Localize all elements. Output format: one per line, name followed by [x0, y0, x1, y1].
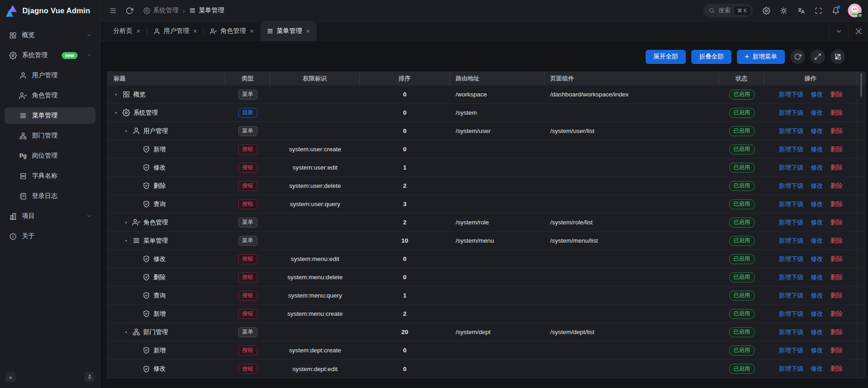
edit-link[interactable]: 修改 — [811, 218, 823, 227]
delete-link[interactable]: 删除 — [831, 237, 843, 245]
table-row: 新增按钮system:user:create0已启用新增下级修改删除 — [107, 140, 865, 159]
sidebar-collapse-button[interactable]: « — [5, 372, 16, 382]
delete-link[interactable]: 删除 — [831, 292, 843, 300]
edit-link[interactable]: 修改 — [811, 90, 823, 99]
add-child-link[interactable]: 新增下级 — [779, 346, 804, 355]
edit-link[interactable]: 修改 — [811, 346, 823, 355]
tab-role[interactable]: 角色管理× — [204, 21, 260, 41]
edit-link[interactable]: 修改 — [811, 255, 823, 263]
edit-link[interactable]: 修改 — [811, 365, 823, 373]
language-button[interactable] — [794, 4, 808, 17]
row-title: 部门管理 — [143, 328, 168, 336]
sidebar-toggle-button[interactable] — [106, 4, 120, 17]
edit-link[interactable]: 修改 — [811, 310, 823, 318]
expand-caret-icon[interactable] — [124, 330, 131, 335]
delete-link[interactable]: 删除 — [831, 164, 843, 172]
expand-all-button[interactable]: 展开全部 — [646, 50, 686, 64]
delete-link[interactable]: 删除 — [831, 182, 843, 190]
sidebar-item-system[interactable]: 系统管理new — [5, 47, 95, 64]
breadcrumb-item-system[interactable]: 系统管理 — [143, 6, 179, 15]
tab-menu[interactable]: 菜单管理× — [260, 21, 316, 41]
edit-link[interactable]: 修改 — [811, 200, 823, 208]
add-child-link[interactable]: 新增下级 — [779, 145, 804, 154]
delete-link[interactable]: 删除 — [831, 365, 843, 373]
add-menu-button[interactable]: + 新增菜单 — [737, 50, 785, 64]
edit-link[interactable]: 修改 — [811, 292, 823, 300]
add-child-link[interactable]: 新增下级 — [779, 237, 804, 245]
add-child-link[interactable]: 新增下级 — [779, 200, 804, 208]
edit-link[interactable]: 修改 — [811, 182, 823, 190]
add-child-link[interactable]: 新增下级 — [779, 109, 804, 117]
edit-link[interactable]: 修改 — [811, 273, 823, 282]
delete-link[interactable]: 删除 — [831, 145, 843, 154]
expand-caret-icon[interactable] — [114, 92, 121, 97]
add-child-link[interactable]: 新增下级 — [779, 328, 804, 336]
add-child-link[interactable]: 新增下级 — [779, 365, 804, 373]
close-icon[interactable]: × — [250, 28, 253, 34]
close-icon[interactable]: × — [137, 28, 140, 34]
notifications-button[interactable] — [829, 4, 842, 17]
row-title: 系统管理 — [133, 109, 158, 117]
settings-button[interactable] — [759, 4, 773, 17]
add-child-link[interactable]: 新增下级 — [779, 218, 804, 227]
expand-caret-icon[interactable] — [124, 220, 131, 225]
table-fullscreen-button[interactable] — [810, 49, 825, 64]
content-maximize-button[interactable] — [848, 21, 868, 41]
add-child-link[interactable]: 新增下级 — [779, 164, 804, 172]
refresh-page-button[interactable] — [122, 4, 136, 17]
delete-link[interactable]: 删除 — [831, 200, 843, 208]
add-child-link[interactable]: 新增下级 — [779, 292, 804, 300]
add-child-link[interactable]: 新增下级 — [779, 310, 804, 318]
close-icon[interactable]: × — [193, 28, 197, 34]
add-child-link[interactable]: 新增下级 — [779, 182, 804, 190]
delete-link[interactable]: 删除 — [831, 328, 843, 336]
expand-caret-icon[interactable] — [114, 111, 121, 115]
tab-user[interactable]: 用户管理× — [147, 21, 203, 41]
delete-link[interactable]: 删除 — [831, 218, 843, 227]
edit-link[interactable]: 修改 — [811, 145, 823, 154]
user-avatar[interactable] — [848, 4, 862, 17]
delete-link[interactable]: 删除 — [831, 90, 843, 99]
search-input[interactable]: 搜索 ⌘ K — [703, 4, 753, 17]
expand-caret-icon[interactable] — [124, 239, 131, 243]
sidebar-item-login-log[interactable]: 登录日志 — [5, 188, 95, 204]
sidebar-item-post[interactable]: Pg岗位管理 — [5, 148, 95, 164]
sidebar-item-menu[interactable]: 菜单管理 — [5, 107, 95, 124]
sidebar-item-project[interactable]: 项目 — [5, 208, 95, 224]
add-child-link[interactable]: 新增下级 — [779, 90, 804, 99]
sidebar-pin-button[interactable] — [84, 372, 95, 382]
collapse-all-button[interactable]: 折叠全部 — [691, 50, 731, 64]
delete-link[interactable]: 删除 — [831, 310, 843, 318]
delete-link[interactable]: 删除 — [831, 109, 843, 117]
add-child-link[interactable]: 新增下级 — [779, 255, 804, 263]
app-logo[interactable]: Djagno Vue Admin — [0, 0, 100, 21]
delete-link[interactable]: 删除 — [831, 273, 843, 282]
add-child-link[interactable]: 新增下级 — [779, 273, 804, 282]
add-child-link[interactable]: 新增下级 — [779, 127, 804, 135]
close-icon[interactable]: × — [306, 28, 310, 34]
expand-caret-icon[interactable] — [124, 129, 131, 133]
edit-link[interactable]: 修改 — [811, 237, 823, 245]
sidebar-item-about[interactable]: 关于 — [5, 228, 95, 244]
fullscreen-button[interactable] — [811, 4, 825, 17]
sidebar-item-dept[interactable]: 部门管理 — [5, 128, 95, 144]
edit-link[interactable]: 修改 — [811, 164, 823, 172]
table-refresh-button[interactable] — [790, 49, 805, 64]
tabs-dropdown-button[interactable] — [829, 21, 848, 41]
breadcrumb-item-menu[interactable]: 菜单管理 — [189, 6, 224, 15]
sidebar-item-overview[interactable]: 概览 — [5, 27, 95, 43]
table-columns-button[interactable] — [831, 49, 845, 64]
sidebar-item-user[interactable]: 用户管理 — [5, 67, 95, 84]
edit-link[interactable]: 修改 — [811, 328, 823, 336]
tab-analytics[interactable]: 分析页× — [107, 21, 147, 41]
delete-link[interactable]: 删除 — [831, 127, 843, 135]
sidebar-item-dict[interactable]: 字典名称 — [5, 168, 95, 184]
delete-link[interactable]: 删除 — [831, 255, 843, 263]
edit-link[interactable]: 修改 — [811, 109, 823, 117]
delete-link[interactable]: 删除 — [831, 346, 843, 355]
edit-link[interactable]: 修改 — [811, 127, 823, 135]
theme-toggle-button[interactable] — [777, 4, 790, 17]
chevron-down-icon — [86, 213, 92, 219]
table-scrollbar[interactable] — [860, 73, 862, 97]
sidebar-item-role[interactable]: 角色管理 — [5, 87, 95, 104]
